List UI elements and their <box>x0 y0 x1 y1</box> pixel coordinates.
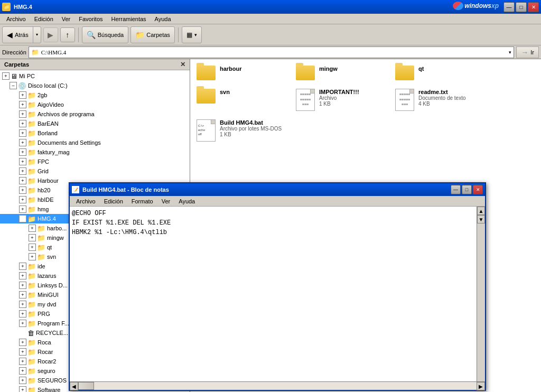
expander-archivos[interactable]: + <box>19 110 26 118</box>
notepad-hscrollbar[interactable]: ◀ ▶ <box>70 381 485 390</box>
expander-hmg4[interactable]: – <box>19 215 26 222</box>
expander-lazarus[interactable]: + <box>19 272 26 279</box>
file-item-harbour[interactable]: harbour <box>194 63 290 82</box>
menu-ver[interactable]: Ver <box>58 15 75 23</box>
tree-item-grid[interactable]: + 📁 Grid <box>0 166 190 176</box>
expander-faktury[interactable]: + <box>19 148 26 156</box>
notepad-menu-ayuda[interactable]: Ayuda <box>174 197 199 206</box>
menu-archivo[interactable]: Archivo <box>2 15 30 23</box>
file-item-important[interactable]: ≡≡≡≡≡ ≡≡≡≡≡ ≡≡≡ IMPORTANT!!! Archivo 1 K… <box>294 87 389 113</box>
expander-barean[interactable]: + <box>19 120 26 127</box>
menu-herramientas[interactable]: Herramientas <box>107 15 151 23</box>
tree-item-2gb[interactable]: + 📁 2gb <box>0 90 190 100</box>
window: 📁 HMG.4 — □ ✕ windowsxp Archivo Edición … <box>0 0 541 392</box>
close-button[interactable]: ✕ <box>528 2 539 12</box>
file-item-mingw[interactable]: mingw <box>294 63 389 82</box>
notepad-maximize-button[interactable]: □ <box>462 185 472 194</box>
expander-hmg[interactable]: + <box>19 206 26 213</box>
expander-documents[interactable]: + <box>19 139 26 146</box>
expander-mydvd[interactable]: + <box>19 301 26 308</box>
forward-button[interactable]: ▶ <box>43 27 58 42</box>
folders-close-button[interactable]: ✕ <box>180 61 185 68</box>
expander-ide[interactable]: + <box>19 263 26 270</box>
tree-item-disco-c[interactable]: – 💿 Disco local (C:) <box>0 81 190 90</box>
expander-rocar[interactable]: + <box>19 348 26 356</box>
expander-grid[interactable]: + <box>19 167 26 175</box>
maximize-button[interactable]: □ <box>516 2 527 12</box>
expander-disco-c[interactable]: – <box>10 82 17 89</box>
file-size-readme: 4 KB <box>418 101 486 107</box>
hscrollbar-track[interactable] <box>78 382 477 390</box>
notepad-minimize-button[interactable]: — <box>451 185 461 194</box>
notepad-window: 📝 Build HMG4.bat - Bloc de notas — □ ✕ A… <box>69 182 486 391</box>
expander-svn-sub[interactable]: + <box>29 253 36 260</box>
scrollbar-down-arrow[interactable]: ▼ <box>477 215 485 223</box>
menu-ayuda[interactable]: Ayuda <box>151 15 175 23</box>
hscrollbar-thumb[interactable] <box>78 382 94 390</box>
expander-minigui[interactable]: + <box>19 291 26 298</box>
file-item-qt[interactable]: qt <box>393 63 488 82</box>
minimize-button[interactable]: — <box>503 2 515 12</box>
expander-2gb[interactable]: + <box>19 91 26 99</box>
notepad-textarea[interactable]: @ECHO OFF IF EXIST %1.EXE DEL %1.EXE HBM… <box>70 207 477 381</box>
expander-mingw-sub[interactable]: + <box>29 234 36 241</box>
tree-item-archivos[interactable]: + 📁 Archivos de programa <box>0 109 190 119</box>
expander-hb20[interactable]: + <box>19 186 26 194</box>
scrollbar-up-arrow[interactable]: ▲ <box>477 207 485 215</box>
folders-button[interactable]: 📁 Carpetas <box>130 26 175 43</box>
file-size-build-bat: 1 KB <box>220 132 287 137</box>
notepad-menu-archivo[interactable]: Archivo <box>72 197 100 206</box>
tree-item-fpc[interactable]: + 📁 FPC <box>0 157 190 166</box>
expander-seguro[interactable]: + <box>19 367 26 375</box>
file-name-build-bat: Build HMG4.bat <box>220 119 287 126</box>
tree-item-my-pc[interactable]: + 🖥 Mi PC <box>0 71 190 81</box>
tree-item-borland[interactable]: + 📁 Borland <box>0 128 190 138</box>
notepad-menu-formato[interactable]: Formato <box>127 197 157 206</box>
file-item-svn[interactable]: svn <box>194 87 290 113</box>
hscrollbar-right-arrow[interactable]: ▶ <box>477 382 485 390</box>
separator-1 <box>78 27 79 42</box>
menu-edicion[interactable]: Edición <box>30 15 58 23</box>
back-button[interactable]: ◀ Atrás <box>3 27 33 43</box>
up-button[interactable]: ↑ <box>60 27 75 42</box>
notepad-menu-ver[interactable]: Ver <box>157 197 175 206</box>
address-dropdown-icon[interactable]: ▾ <box>509 50 511 55</box>
tree-item-faktury[interactable]: + 📁 faktury_mag <box>0 147 190 157</box>
view-button[interactable]: ▦ ▾ <box>182 26 202 43</box>
file-type-readme: Documento de texto <box>418 95 486 101</box>
window-icon: 📁 <box>2 3 11 11</box>
expander-seguros[interactable]: + <box>19 377 26 384</box>
back-button-group[interactable]: ◀ Atrás ▾ <box>2 26 41 43</box>
tree-item-barean[interactable]: + 📁 BarEAN <box>0 119 190 128</box>
expander-rocar2[interactable]: + <box>19 358 26 365</box>
expander-prg[interactable]: + <box>19 310 26 318</box>
notepad-close-button[interactable]: ✕ <box>473 185 483 194</box>
expander-fpc[interactable]: + <box>19 158 26 165</box>
menu-favoritos[interactable]: Favoritos <box>74 15 107 23</box>
expander-qt-sub[interactable]: + <box>29 244 36 251</box>
tree-item-aigovideo[interactable]: + 📁 AigoVideo <box>0 100 190 109</box>
tree-item-documents[interactable]: + 📁 Documents and Settings <box>0 138 190 147</box>
expander-roca[interactable]: + <box>19 339 26 346</box>
expander-aigovideo[interactable]: + <box>19 101 26 108</box>
address-input[interactable] <box>41 49 507 55</box>
expander-harbour[interactable]: + <box>19 177 26 184</box>
expander-software[interactable]: + <box>19 386 26 392</box>
search-button[interactable]: 🔍 Búsqueda <box>82 26 129 43</box>
expander-program-f[interactable]: + <box>19 320 26 327</box>
go-button[interactable]: → Ir <box>516 46 539 58</box>
address-folder-icon: 📁 <box>31 49 39 56</box>
expander-linksys[interactable]: + <box>19 282 26 289</box>
expander-hbide[interactable]: + <box>19 196 26 203</box>
notepad-vertical-scrollbar[interactable]: ▲ ▼ <box>477 207 485 381</box>
title-bar: 📁 HMG.4 — □ ✕ windowsxp <box>0 0 541 14</box>
expander-harbo-sub[interactable]: + <box>29 225 36 232</box>
file-item-build-bat[interactable]: C:\>echooff Build HMG4.bat Archivo por l… <box>194 117 290 144</box>
expander-borland[interactable]: + <box>19 129 26 137</box>
file-item-readme[interactable]: ≡≡≡≡≡ ≡≡≡≡≡ ≡≡≡ readme.txt Documento de … <box>393 87 488 113</box>
back-dropdown[interactable]: ▾ <box>33 27 41 43</box>
hscrollbar-left-arrow[interactable]: ◀ <box>70 382 78 390</box>
notepad-menu-edicion[interactable]: Edición <box>100 197 127 206</box>
expander-my-pc[interactable]: + <box>2 72 10 80</box>
tree-label-disco-c: Disco local (C:) <box>28 82 68 89</box>
